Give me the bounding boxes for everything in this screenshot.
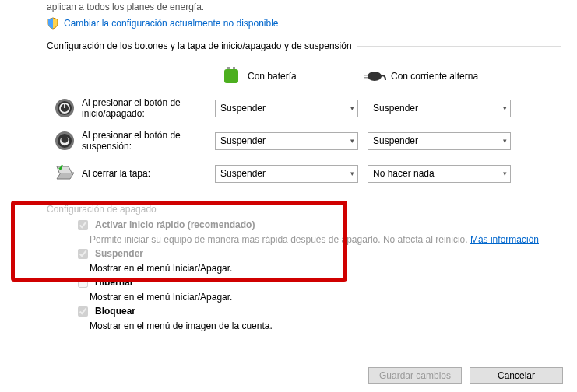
sleep-button-label: Al presionar el botón de suspensión: [82,130,215,152]
power-button-battery-select[interactable]: Suspender▾ [215,100,358,117]
sleep-button-plugged-select[interactable]: Suspender▾ [368,132,511,150]
svg-point-11 [58,134,72,148]
chevron-down-icon: ▾ [350,137,354,145]
hibernate-desc: Mostrar en el menú Iniciar/Apagar. [47,290,561,303]
power-button-plugged-select[interactable]: Suspender▾ [368,100,511,117]
lid-battery-select[interactable]: Suspender▾ [215,165,358,183]
battery-icon [215,66,248,86]
sleep-button-battery-select[interactable]: Suspender▾ [215,132,358,150]
svg-rect-1 [227,67,230,69]
suspend-desc: Mostrar en el menú Iniciar/Apagar. [47,261,561,274]
sleep-button-icon [47,131,82,151]
change-settings-link[interactable]: Cambiar la configuración actualmente no … [64,18,279,29]
power-grid: Con batería Con corriente alterna Al pre… [0,58,577,193]
svg-rect-4 [364,75,368,76]
svg-rect-2 [233,67,235,69]
suspend-label: Suspender [95,248,143,259]
separator [357,46,561,47]
chevron-down-icon: ▾ [503,104,507,112]
svg-point-3 [368,72,382,81]
fast-startup-desc: Permite iniciar su equipo de manera más … [47,233,561,245]
section-buttons-title: Configuración de los botones y la tapa d… [47,40,352,51]
lock-label: Bloquear [95,306,135,317]
hibernate-checkbox [78,278,88,288]
section-shutdown-title: Configuración de apagado [47,204,561,215]
power-button-label: Al presionar el botón de inicio/apagado: [82,97,215,119]
svg-rect-5 [364,77,368,79]
chevron-down-icon: ▾ [350,170,354,177]
shield-icon [47,17,59,30]
chevron-down-icon: ▾ [350,104,354,112]
plugged-header: Con corriente alterna [391,71,501,82]
more-info-link[interactable]: Más información [470,234,539,245]
power-button-icon [47,98,82,118]
lid-icon [47,163,82,184]
lid-plugged-select[interactable]: No hacer nada▾ [368,165,511,183]
hibernate-label: Hibernar [95,277,133,288]
cancel-button[interactable]: Cancelar [470,367,563,384]
fast-startup-checkbox [78,220,88,230]
save-button: Guardar cambios [368,367,462,384]
battery-header: Con batería [248,71,358,82]
chevron-down-icon: ▾ [503,170,507,177]
chevron-down-icon: ▾ [503,137,507,145]
plug-icon [358,66,391,86]
intro-text-fragment: aplican a todos los planes de energía. [0,0,577,12]
svg-rect-0 [224,69,238,83]
lock-checkbox [78,306,88,317]
fast-startup-label: Activar inicio rápido (recomendado) [95,219,255,230]
suspend-checkbox [78,249,88,259]
lid-label: Al cerrar la tapa: [82,168,215,179]
lock-desc: Mostrar en el menú de imagen de la cuent… [47,319,561,331]
